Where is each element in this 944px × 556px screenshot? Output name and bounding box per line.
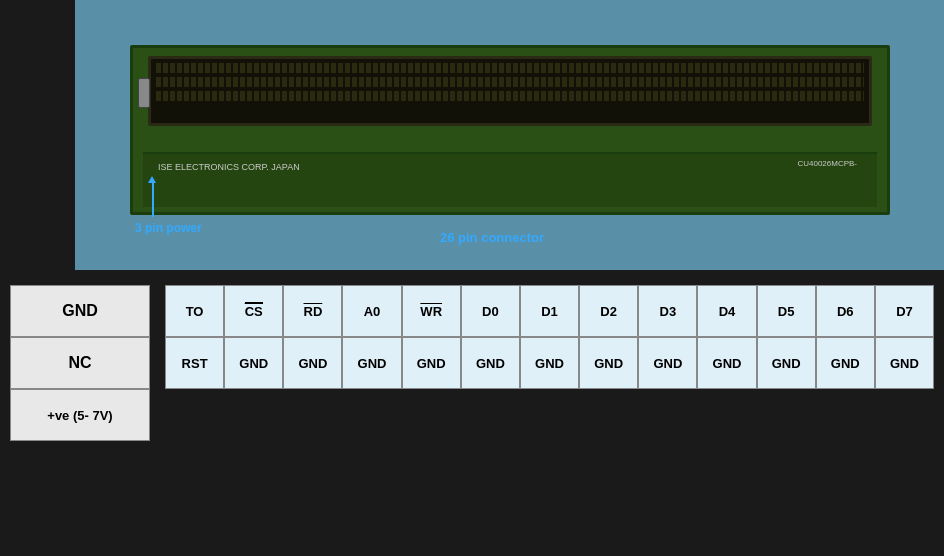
pin-WR: WR (402, 285, 461, 337)
pin-D6: D6 (816, 285, 875, 337)
pcb-image: ISE ELECTRONICS CORP. JAPAN CU40026MCPB-… (75, 0, 944, 270)
annotation-3pin-label: 3 pin power (135, 221, 202, 235)
gnd-label: GND (62, 302, 98, 320)
pin-D7: D7 (875, 285, 934, 337)
left-row-nc: NC (10, 337, 150, 389)
pin-D1: D1 (520, 285, 579, 337)
pin-D4: D4 (697, 285, 756, 337)
pin-TO: TO (165, 285, 224, 337)
pin-D5: D5 (757, 285, 816, 337)
pin-RST: RST (165, 337, 224, 389)
pin-GND-11: GND (816, 337, 875, 389)
pin-D2: D2 (579, 285, 638, 337)
pin-bottom-row: RST GND GND GND GND GND GND GND GND GND … (165, 337, 934, 389)
right-table: TO CS RD A0 WR D0 D1 D2 D3 D4 (165, 285, 934, 441)
pin-GND-10: GND (757, 337, 816, 389)
pin-GND-12: GND (875, 337, 934, 389)
pin-GND-4: GND (402, 337, 461, 389)
pin-A0: A0 (342, 285, 401, 337)
left-row-pve: +ve (5- 7V) (10, 389, 150, 441)
table-section: GND NC +ve (5- 7V) TO CS RD A0 WR (10, 285, 934, 441)
left-table: GND NC +ve (5- 7V) (10, 285, 150, 441)
pin-CS: CS (224, 285, 283, 337)
pin-D0: D0 (461, 285, 520, 337)
pin-GND-3: GND (342, 337, 401, 389)
nc-label: NC (68, 354, 91, 372)
pin-GND-7: GND (579, 337, 638, 389)
pin-D3: D3 (638, 285, 697, 337)
pin-GND-2: GND (283, 337, 342, 389)
pcb-image-section: ISE ELECTRONICS CORP. JAPAN CU40026MCPB-… (75, 0, 944, 270)
pve-label: +ve (5- 7V) (47, 408, 112, 423)
pin-GND-8: GND (638, 337, 697, 389)
left-row-gnd: GND (10, 285, 150, 337)
pin-GND-5: GND (461, 337, 520, 389)
annotation-26pin-label: 26 pin connector (440, 230, 544, 245)
main-container: ISE ELECTRONICS CORP. JAPAN CU40026MCPB-… (0, 0, 944, 556)
pin-GND-1: GND (224, 337, 283, 389)
pin-GND-9: GND (697, 337, 756, 389)
pin-GND-6: GND (520, 337, 579, 389)
pin-top-row: TO CS RD A0 WR D0 D1 D2 D3 D4 (165, 285, 934, 337)
pin-RD: RD (283, 285, 342, 337)
